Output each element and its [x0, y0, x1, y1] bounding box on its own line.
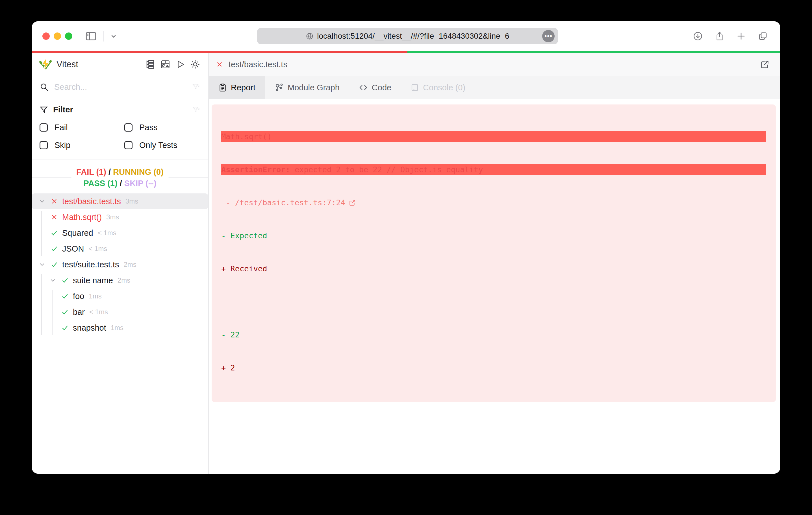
share-icon[interactable] — [715, 31, 724, 41]
only-tests-checkbox[interactable] — [124, 141, 133, 149]
search-row — [32, 76, 208, 98]
filter-icon — [39, 105, 48, 114]
pass-status-icon — [60, 292, 69, 300]
skip-count: SKIP (--) — [124, 179, 156, 188]
pass-status-icon — [50, 245, 59, 253]
tree-row-basic-test-file[interactable]: test/basic.test.ts 3ms — [32, 193, 208, 209]
fail-label: Fail — [55, 123, 68, 132]
pass-checkbox[interactable] — [124, 123, 133, 131]
open-in-editor-icon[interactable] — [349, 199, 356, 206]
report-area: Math.sqrt() AssertionError: expected 2 t… — [209, 99, 780, 474]
fail-status-icon — [215, 60, 224, 68]
error-name: AssertionError: — [221, 164, 290, 175]
diff-received-label: + Received — [221, 263, 766, 274]
filter-section: Filter Fail Pass — [32, 98, 208, 160]
pass-status-icon — [50, 229, 59, 237]
summary-line-2: PASS (1) / SKIP (--) — [76, 178, 164, 189]
tab-report[interactable]: Report — [209, 76, 265, 99]
console-icon — [410, 83, 419, 92]
collapse-tests-icon[interactable] — [145, 59, 156, 70]
test-label: Math.sqrt() — [62, 213, 102, 222]
test-duration: 1ms — [111, 324, 123, 332]
tree-row-json[interactable]: JSON < 1ms — [32, 241, 208, 256]
tab-label: Report — [231, 83, 255, 92]
theme-toggle-icon[interactable] — [190, 59, 201, 70]
close-window-button[interactable] — [42, 32, 50, 40]
test-label: foo — [73, 292, 84, 301]
tab-code[interactable]: Code — [349, 76, 401, 99]
test-label: snapshot — [73, 323, 106, 333]
tree-row-math-sqrt[interactable]: Math.sqrt() 3ms — [32, 209, 208, 225]
chevron-down-icon[interactable] — [37, 198, 47, 205]
error-message: expected 2 to be 22 // Object.is equalit… — [290, 164, 483, 175]
stack-location: - /test/basic.test.ts:7:24 — [221, 197, 345, 208]
only-tests-label: Only Tests — [139, 141, 177, 150]
pass-status-icon — [60, 276, 69, 284]
tree-row-squared[interactable]: Squared < 1ms — [32, 225, 208, 241]
sidebar-toggle-icon[interactable] — [85, 31, 97, 41]
tab-label: Console (0) — [423, 83, 465, 92]
test-progress-bar — [32, 51, 780, 53]
pass-count: PASS (1) — [83, 179, 117, 188]
diff-expected-label: - Expected — [221, 230, 766, 241]
pass-status-icon — [60, 308, 69, 316]
filter-option-pass[interactable]: Pass — [124, 123, 200, 132]
test-summary: FAIL (1) / RUNNING (0) PASS (1) / SKIP (… — [32, 160, 208, 193]
test-duration: < 1ms — [88, 245, 107, 253]
chevron-down-icon[interactable] — [37, 261, 47, 268]
search-input[interactable] — [54, 83, 186, 92]
traffic-lights — [42, 32, 72, 40]
test-duration: 2ms — [118, 276, 130, 284]
chevron-down-icon[interactable] — [48, 277, 58, 284]
filter-option-only-tests[interactable]: Only Tests — [124, 141, 200, 150]
run-all-icon[interactable] — [175, 59, 186, 70]
error-stack-line[interactable]: - /test/basic.test.ts:7:24 — [221, 197, 766, 208]
tree-row-foo[interactable]: foo 1ms — [32, 288, 208, 304]
test-label: suite name — [73, 276, 113, 285]
tree-row-suite-name[interactable]: suite name 2ms — [32, 272, 208, 288]
new-tab-icon[interactable] — [736, 31, 746, 41]
tree-row-bar[interactable]: bar < 1ms — [32, 304, 208, 320]
dashboard-icon[interactable] — [160, 59, 171, 70]
filter-title: Filter — [53, 105, 73, 114]
tab-overview-icon[interactable] — [758, 31, 768, 41]
tab-module-graph[interactable]: Module Graph — [265, 76, 349, 99]
test-duration: 1ms — [89, 292, 102, 300]
fail-count: FAIL (1) — [76, 168, 106, 177]
test-duration: < 1ms — [89, 308, 108, 316]
tab-bar: Report Module Graph Code — [209, 76, 780, 99]
open-in-editor-icon[interactable] — [760, 60, 770, 69]
diff-blank-line — [221, 296, 766, 307]
tree-row-snapshot[interactable]: snapshot 1ms — [32, 320, 208, 336]
error-panel: Math.sqrt() AssertionError: expected 2 t… — [212, 104, 776, 402]
clear-filter-icon[interactable] — [192, 105, 200, 114]
page-settings-button[interactable]: ••• — [542, 30, 555, 42]
fail-status-icon — [50, 213, 59, 221]
browser-toolbar: localhost:51204/__vitest__/#/?file=16484… — [32, 21, 780, 51]
address-bar[interactable]: localhost:51204/__vitest__/#/?file=16484… — [257, 28, 558, 44]
tree-row-suite-test-file[interactable]: test/suite.test.ts 2ms — [32, 256, 208, 272]
vitest-logo-icon — [39, 58, 52, 71]
app-title: Vitest — [57, 59, 78, 69]
downloads-icon[interactable] — [693, 31, 703, 41]
chevron-down-icon[interactable] — [110, 32, 118, 40]
skip-checkbox[interactable] — [39, 141, 48, 149]
minimize-window-button[interactable] — [54, 32, 61, 40]
pass-label: Pass — [139, 123, 157, 132]
test-duration: 2ms — [123, 261, 136, 269]
progress-fail-segment — [32, 51, 407, 53]
zoom-window-button[interactable] — [65, 32, 72, 40]
filter-option-fail[interactable]: Fail — [39, 123, 124, 132]
test-label: test/basic.test.ts — [62, 197, 121, 206]
test-label: bar — [73, 307, 85, 317]
report-icon — [219, 83, 227, 92]
tab-console[interactable]: Console (0) — [401, 76, 475, 99]
filter-option-skip[interactable]: Skip — [39, 141, 124, 150]
pass-status-icon — [60, 324, 69, 332]
clear-search-filter-icon[interactable] — [192, 83, 200, 91]
test-label: Squared — [62, 229, 93, 238]
test-duration: 3ms — [125, 198, 138, 205]
fail-checkbox[interactable] — [39, 123, 48, 131]
test-duration: < 1ms — [98, 229, 116, 237]
pass-status-icon — [50, 261, 59, 269]
